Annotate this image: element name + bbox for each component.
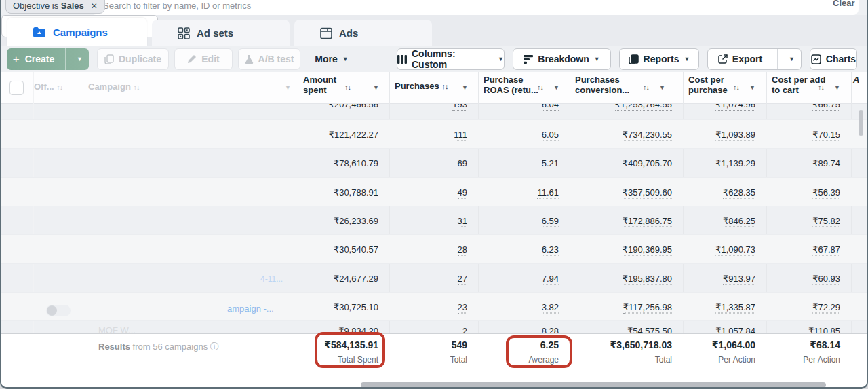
cost-per-add-to-cart-total-label: Per Action: [803, 355, 840, 365]
campaign-toggle[interactable]: [46, 305, 71, 316]
chevron-down-icon[interactable]: ▼: [462, 84, 468, 91]
chevron-down-icon: ▼: [594, 56, 600, 62]
flask-icon: [245, 54, 254, 64]
table-row[interactable]: ₹121,422.271116.05₹734,230.55₹1,093.89₹7…: [1, 120, 868, 149]
faint-campaign-link[interactable]: ampaign -...: [227, 303, 274, 314]
tab-campaigns-label: Campaigns: [53, 26, 108, 38]
export-icon: [718, 54, 728, 64]
columns-button[interactable]: Columns: Custom ▼: [397, 48, 505, 70]
create-dropdown-arrow[interactable]: ▼: [71, 48, 89, 70]
export-dropdown-arrow[interactable]: ▼: [783, 56, 801, 62]
filter-chip-objective-sales[interactable]: Objective is Sales ✕: [5, 0, 105, 14]
table-row[interactable]: ₹30,725.10233.82₹117,256.98₹1,335.87₹72.…: [1, 293, 868, 321]
breakdown-label: Breakdown: [538, 54, 589, 64]
search-placeholder: Search to filter by name, ID or metrics: [103, 1, 251, 11]
total-conversion-value: ₹3,650,718.03: [610, 339, 673, 350]
horizontal-scrollbar[interactable]: [361, 382, 826, 388]
chevron-down-icon: ▼: [684, 56, 690, 62]
column-header-purchases-conversion[interactable]: Purchasesconversion...: [575, 75, 629, 95]
chevron-down-icon[interactable]: ▼: [834, 84, 840, 91]
chevron-down-icon[interactable]: ▼: [285, 84, 291, 91]
columns-label: Columns: Custom: [412, 48, 493, 70]
table-row[interactable]: ₹30,788.914911.61₹357,509.60₹628.35₹56.3…: [1, 178, 868, 206]
actions-toolbar: +Create ▼ Duplicate Edit A/B test More ▼…: [1, 46, 868, 72]
tab-ad-sets[interactable]: Ad sets: [152, 20, 290, 46]
chevron-down-icon: ▼: [342, 56, 349, 62]
columns-icon: [397, 55, 407, 64]
column-header-campaign[interactable]: Campaign ↑↓: [88, 81, 139, 92]
reports-button[interactable]: Reports ▼: [619, 48, 699, 70]
annotation-total-spent: [315, 332, 385, 368]
table-row-clipped-top[interactable]: ₹207,466.56 193 6.04 ₹1,253,764.55 ₹1,07…: [1, 104, 868, 120]
column-header-purchases[interactable]: Purchases ↑↓: [395, 81, 448, 92]
edit-button[interactable]: Edit: [174, 48, 233, 70]
more-button[interactable]: More ▼: [307, 48, 356, 70]
column-header-off[interactable]: Off... ↑↓: [34, 81, 62, 92]
cost-per-purchase-total: ₹1,064.00: [712, 339, 755, 350]
tab-bar: Campaigns Ad sets Ads 1 Jan 2026 - 31 Ja…: [1, 15, 868, 46]
create-label: Create: [25, 54, 55, 64]
breakdown-button[interactable]: Breakdown ▼: [513, 48, 611, 70]
chevron-down-icon[interactable]: ▼: [749, 84, 755, 91]
faint-campaign-id: 4-11...: [260, 274, 283, 284]
chevron-down-icon[interactable]: ▼: [659, 84, 665, 91]
total-conversion-value-label: Total: [655, 355, 672, 365]
table-header: Off... ↑↓ Campaign ↑↓ ▼ Amountspent ↑↓ ▼…: [1, 72, 868, 104]
cost-per-add-to-cart-total: ₹68.14: [810, 339, 840, 350]
clear-filters-link[interactable]: Clear: [833, 0, 855, 8]
table-row-clipped-bottom[interactable]: ₹9,834.20 2 8.28 ₹54,575.50 ₹1,057.84 ₹1…: [1, 321, 868, 333]
ads-frame-icon: [320, 27, 332, 39]
campaigns-folder-icon: [33, 26, 46, 38]
pencil-icon: [187, 54, 197, 64]
totals-row: Results from 56 campaigns ⓘ ₹584,135.91 …: [1, 333, 868, 377]
export-label: Export: [732, 54, 762, 64]
tab-ads[interactable]: Ads: [294, 20, 432, 46]
edit-label: Edit: [201, 54, 219, 64]
faint-campaign-name: MOF W...: [98, 325, 136, 333]
ab-test-button[interactable]: A/B test: [238, 48, 300, 70]
annotation-average-roas: [506, 335, 572, 368]
charts-label: Charts: [826, 54, 856, 64]
table-row[interactable]: ₹26,233.69316.59₹172,886.75₹846.25₹75.82: [1, 206, 868, 235]
select-all-checkbox[interactable]: [9, 81, 24, 95]
tab-ad-sets-label: Ad sets: [197, 27, 233, 39]
chevron-down-icon[interactable]: ▼: [553, 84, 559, 91]
chevron-down-icon: ▼: [498, 56, 504, 62]
results-summary: Results from 56 campaigns ⓘ: [98, 341, 219, 353]
table-row[interactable]: ₹78,610.79695.21₹409,705.70₹1,139.29₹89.…: [1, 149, 868, 178]
ads-manager-window: Search to filter by name, ID or metrics …: [0, 0, 868, 389]
duplicate-label: Duplicate: [119, 54, 161, 64]
column-header-amount-spent[interactable]: Amountspent: [303, 75, 336, 95]
duplicate-icon: [104, 54, 114, 64]
create-button[interactable]: +Create ▼: [7, 48, 89, 70]
plus-icon: +: [13, 54, 20, 65]
cost-per-purchase-total-label: Per Action: [718, 355, 755, 365]
export-button[interactable]: Export ▼: [707, 48, 802, 70]
ad-sets-grid-icon: [178, 27, 190, 39]
table-row[interactable]: ₹24,677.29277.94₹195,837.80₹913.97₹60.93: [1, 264, 868, 293]
column-header-partial: A: [853, 75, 859, 85]
remove-filter-icon[interactable]: ✕: [91, 1, 98, 11]
filter-chip-label: Objective is Sales: [13, 1, 84, 11]
table-row[interactable]: ₹30,540.57286.23₹190,369.95₹1,090.73₹67.…: [1, 235, 868, 264]
total-purchases: 549: [452, 339, 467, 350]
reports-icon: [629, 54, 639, 64]
duplicate-button[interactable]: Duplicate: [97, 48, 169, 70]
info-icon[interactable]: ⓘ: [210, 341, 219, 352]
breakdown-icon: [524, 55, 533, 64]
chart-icon: [811, 54, 821, 64]
total-purchases-label: Total: [450, 355, 467, 365]
reports-label: Reports: [644, 54, 679, 64]
ab-test-label: A/B test: [258, 54, 294, 64]
vertical-scrollbar[interactable]: [859, 110, 863, 136]
tab-campaigns[interactable]: Campaigns: [7, 18, 147, 46]
tab-ads-label: Ads: [339, 27, 358, 39]
more-label: More: [315, 54, 337, 64]
charts-button[interactable]: Charts: [810, 48, 857, 70]
column-header-cost-per-purchase[interactable]: Cost perpurchase: [688, 75, 728, 95]
chevron-down-icon[interactable]: ▼: [373, 84, 379, 91]
column-header-purchase-roas[interactable]: PurchaseROAS (retu...: [484, 75, 538, 95]
